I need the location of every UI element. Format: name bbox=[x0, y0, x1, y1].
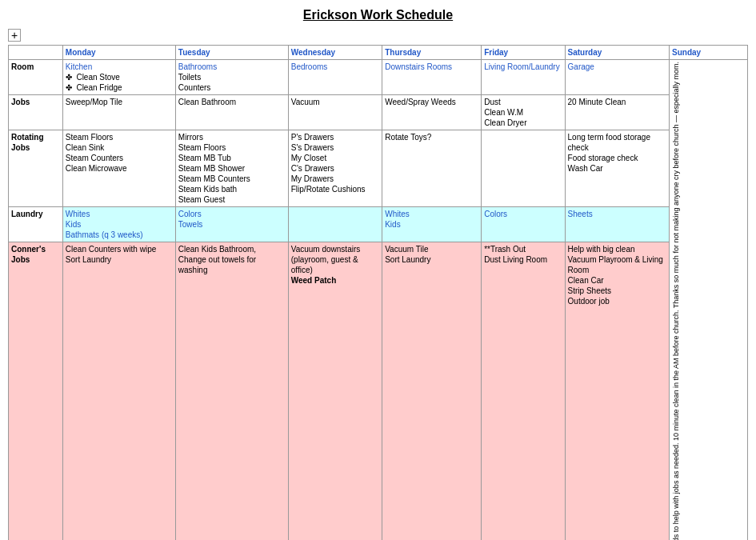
page-title: Erickson Work Schedule bbox=[8, 8, 748, 22]
cell-jobs-tuesday: Clean Bathroom bbox=[175, 95, 288, 130]
col-header-sunday: Sunday bbox=[670, 46, 748, 60]
table-row: Jobs Sweep/Mop Tile Clean Bathroom Vacuu… bbox=[9, 95, 748, 130]
cell-conners-main-saturday: Help with big cleanVacuum Playroom & Liv… bbox=[565, 242, 670, 541]
col-header-monday: Monday bbox=[62, 46, 175, 60]
row-label-laundry: Laundry bbox=[9, 207, 63, 242]
cell-conners-main-wednesday: Vacuum downstairs (playroom, guest & off… bbox=[288, 242, 382, 541]
row-label-rotating: Rotating Jobs bbox=[9, 130, 63, 207]
cell-rotating-tuesday: MirrorsSteam FloorsSteam MB TubSteam MB … bbox=[175, 130, 288, 207]
col-header-thursday: Thursday bbox=[382, 46, 482, 60]
cell-room-friday: Living Room/Laundry bbox=[482, 60, 565, 95]
table-row: Room Kitchen✤ Clean Stove✤ Clean Fridge … bbox=[9, 60, 748, 95]
cell-sunday-note: Everyone needs to help with jobs as need… bbox=[670, 60, 748, 541]
cell-conners-main-tuesday: Clean Kids Bathroom,Change out towels fo… bbox=[175, 242, 288, 541]
add-button[interactable]: + bbox=[8, 29, 21, 42]
cell-laundry-wednesday bbox=[288, 207, 382, 242]
cell-conners-main-thursday: Vacuum TileSort Laundry bbox=[382, 242, 482, 541]
cell-rotating-monday: Steam FloorsClean SinkSteam CountersClea… bbox=[62, 130, 175, 207]
cell-rotating-wednesday: P's DrawersS's DrawersMy ClosetC's Drawe… bbox=[288, 130, 382, 207]
cell-laundry-thursday: WhitesKids bbox=[382, 207, 482, 242]
table-row: Laundry WhitesKidsBathmats (q 3 weeks) C… bbox=[9, 207, 748, 242]
cell-room-tuesday: BathroomsToiletsCounters bbox=[175, 60, 288, 95]
col-header-wednesday: Wednesday bbox=[288, 46, 382, 60]
cell-jobs-saturday: 20 Minute Clean bbox=[565, 95, 670, 130]
cell-conners-main-monday: Clean Counters with wipeSort Laundry bbox=[62, 242, 175, 541]
cell-room-monday: Kitchen✤ Clean Stove✤ Clean Fridge bbox=[62, 60, 175, 95]
cell-rotating-friday bbox=[482, 130, 565, 207]
col-header-saturday: Saturday bbox=[565, 46, 670, 60]
col-header-label bbox=[9, 46, 63, 60]
sunday-note-text: Everyone needs to help with jobs as need… bbox=[672, 62, 682, 540]
cell-jobs-thursday: Weed/Spray Weeds bbox=[382, 95, 482, 130]
cell-rotating-thursday: Rotate Toys? bbox=[382, 130, 482, 207]
row-label-room: Room bbox=[9, 60, 63, 95]
cell-jobs-friday: DustClean W.MClean Dryer bbox=[482, 95, 565, 130]
cell-jobs-wednesday: Vacuum bbox=[288, 95, 382, 130]
col-header-friday: Friday bbox=[482, 46, 565, 60]
cell-conners-main-friday: **Trash OutDust Living Room bbox=[482, 242, 565, 541]
row-label-jobs: Jobs bbox=[9, 95, 63, 130]
cell-laundry-tuesday: ColorsTowels bbox=[175, 207, 288, 242]
cell-jobs-monday: Sweep/Mop Tile bbox=[62, 95, 175, 130]
cell-rotating-saturday: Long term food storage checkFood storage… bbox=[565, 130, 670, 207]
col-header-tuesday: Tuesday bbox=[175, 46, 288, 60]
table-row-conners: Conner's Jobs Clean Counters with wipeSo… bbox=[9, 242, 748, 541]
cell-room-wednesday: Bedrooms bbox=[288, 60, 382, 95]
cell-laundry-monday: WhitesKidsBathmats (q 3 weeks) bbox=[62, 207, 175, 242]
table-row: Rotating Jobs Steam FloorsClean SinkStea… bbox=[9, 130, 748, 207]
row-label-conners: Conner's Jobs bbox=[9, 242, 63, 541]
cell-laundry-friday: Colors bbox=[482, 207, 565, 242]
cell-room-thursday: Downstairs Rooms bbox=[382, 60, 482, 95]
cell-room-saturday: Garage bbox=[565, 60, 670, 95]
cell-laundry-saturday: Sheets bbox=[565, 207, 670, 242]
